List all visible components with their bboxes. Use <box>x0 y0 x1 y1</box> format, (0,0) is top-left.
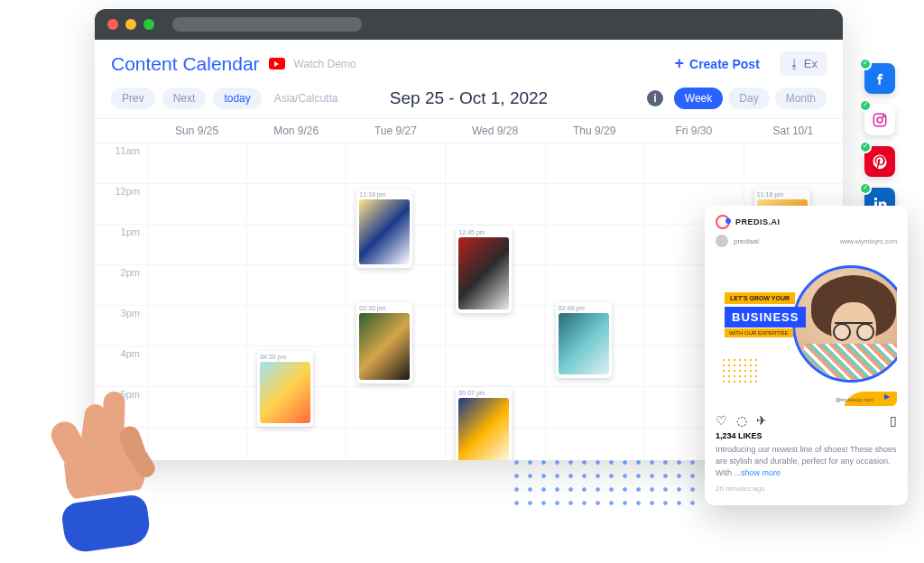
hand-illustration <box>36 395 171 549</box>
bookmark-icon[interactable]: ▯ <box>890 413 897 428</box>
tag-small: LET'S GROW YOUR <box>725 292 795 304</box>
calendar-cell[interactable] <box>445 346 544 386</box>
view-week[interactable]: Week <box>674 88 723 109</box>
prev-button[interactable]: Prev <box>111 88 155 109</box>
create-post-button[interactable]: + Create Post <box>664 49 771 78</box>
post-time: 11:18 pm <box>757 191 808 198</box>
day-header: Sun 9/25 <box>147 119 246 143</box>
hour-label: 3pm <box>95 306 147 346</box>
likes-count: 1,234 LIKES <box>716 431 897 440</box>
calendar-cell[interactable] <box>445 143 544 183</box>
next-button[interactable]: Next <box>162 88 207 109</box>
calendar-cell[interactable] <box>445 184 544 224</box>
check-icon <box>859 141 872 153</box>
hour-label: 11am <box>95 143 147 183</box>
instagram-badge[interactable] <box>864 105 895 135</box>
calendar-cell[interactable] <box>147 184 246 224</box>
scheduled-post-card[interactable]: 11:18 pm <box>356 189 412 268</box>
facebook-badge[interactable] <box>864 63 895 94</box>
day-header: Sat 10/1 <box>744 119 843 143</box>
post-thumbnail <box>359 313 410 380</box>
calendar-cell[interactable] <box>246 225 346 264</box>
calendar-cell[interactable] <box>147 346 246 386</box>
tag-sub: WITH OUR EXPERTISE <box>725 328 793 337</box>
scheduled-post-card[interactable]: 12:45 pm <box>456 226 512 313</box>
share-icon[interactable]: ✈ <box>756 413 767 428</box>
page-title: Content Calendar <box>111 53 260 75</box>
preview-brand: PREDIS.AI <box>735 217 781 226</box>
calendar-cell[interactable] <box>147 225 246 264</box>
calendar-cell[interactable] <box>246 265 346 305</box>
minimize-dot[interactable] <box>125 19 136 30</box>
calendar-cell[interactable] <box>644 143 744 183</box>
calendar-cell[interactable] <box>147 265 246 305</box>
tag-big: BUSINESS <box>725 307 806 328</box>
calendar-cell[interactable] <box>147 306 246 346</box>
post-thumbnail <box>458 237 509 309</box>
predis-logo-icon <box>716 215 730 229</box>
view-day[interactable]: Day <box>728 88 769 109</box>
info-icon[interactable]: i <box>647 90 663 106</box>
hour-label: 12pm <box>95 184 147 224</box>
today-button[interactable]: today <box>213 88 261 109</box>
calendar-cell[interactable] <box>246 184 346 224</box>
decorative-dots <box>721 357 757 384</box>
calendar-cell[interactable] <box>545 225 644 264</box>
view-month[interactable]: Month <box>775 88 827 109</box>
calendar-cell[interactable] <box>545 184 644 224</box>
scheduled-post-card[interactable]: 05:07 pm <box>456 387 512 460</box>
preview-link[interactable]: www.wiymtoyrs.com <box>840 238 897 245</box>
preview-username: predisai <box>734 237 759 245</box>
calendar-cell[interactable] <box>545 143 644 183</box>
url-bar[interactable] <box>172 17 362 32</box>
svg-point-2 <box>882 115 884 117</box>
scheduled-post-card[interactable]: 04:30 pm <box>257 351 313 427</box>
show-more-link[interactable]: ...show more <box>735 468 781 477</box>
calendar-cell[interactable] <box>744 143 843 183</box>
calendar-cell[interactable] <box>545 387 644 427</box>
check-icon <box>859 58 872 70</box>
decorative-dot-grid <box>510 456 699 505</box>
heart-icon[interactable]: ♡ <box>716 413 727 428</box>
date-range: Sep 25 - Oct 1, 2022 <box>390 88 548 108</box>
avatar <box>716 235 728 247</box>
youtube-icon[interactable] <box>269 58 285 69</box>
calendar-cell[interactable] <box>246 143 346 183</box>
day-header: Thu 9/29 <box>545 119 644 143</box>
hour-label: 2pm <box>95 265 147 305</box>
header-subtitle[interactable]: Watch Demo <box>294 58 356 70</box>
calendar-cell[interactable] <box>246 428 346 460</box>
preview-actions: ♡ ◌ ✈ ▯ <box>716 413 897 428</box>
calendar-cell[interactable] <box>246 306 346 346</box>
preview-caption: Introducing our newest line of shoes! Th… <box>716 444 897 479</box>
calendar-cell[interactable] <box>346 265 445 305</box>
create-post-label: Create Post <box>689 57 760 71</box>
preview-handle: @mytendo.com <box>836 397 873 402</box>
post-thumbnail <box>559 313 609 374</box>
pinterest-badge[interactable] <box>864 146 895 177</box>
calendar-toolbar: Prev Next today Asia/Calcutta Sep 25 - O… <box>95 82 843 118</box>
calendar-cell[interactable] <box>147 143 246 183</box>
post-preview-card: PREDIS.AI predisai www.wiymtoyrs.com LET… <box>705 206 908 505</box>
calendar-cell[interactable] <box>346 387 445 427</box>
post-thumbnail <box>260 362 310 423</box>
svg-point-1 <box>877 117 882 123</box>
calendar-cell[interactable] <box>346 143 445 183</box>
hour-label: 1pm <box>95 225 147 264</box>
play-icon: ▶ <box>884 392 890 401</box>
day-header: Mon 9/26 <box>246 119 346 143</box>
close-dot[interactable] <box>107 19 118 30</box>
calendar-cell[interactable] <box>545 265 644 305</box>
maximize-dot[interactable] <box>143 19 154 30</box>
post-time: 02:30 pm <box>359 305 410 311</box>
export-button[interactable]: ⭳ Ex <box>780 51 827 76</box>
post-time: 12:45 pm <box>458 229 509 235</box>
scheduled-post-card[interactable]: 02:48 pm <box>556 302 612 378</box>
comment-icon[interactable]: ◌ <box>736 413 747 428</box>
check-icon <box>859 182 872 195</box>
post-time: 02:48 pm <box>559 305 609 311</box>
scheduled-post-card[interactable]: 02:30 pm <box>356 302 412 383</box>
calendar-cell[interactable] <box>346 428 445 460</box>
timezone-label: Asia/Calcutta <box>274 92 338 105</box>
app-header: Content Calendar Watch Demo + Create Pos… <box>95 40 843 82</box>
